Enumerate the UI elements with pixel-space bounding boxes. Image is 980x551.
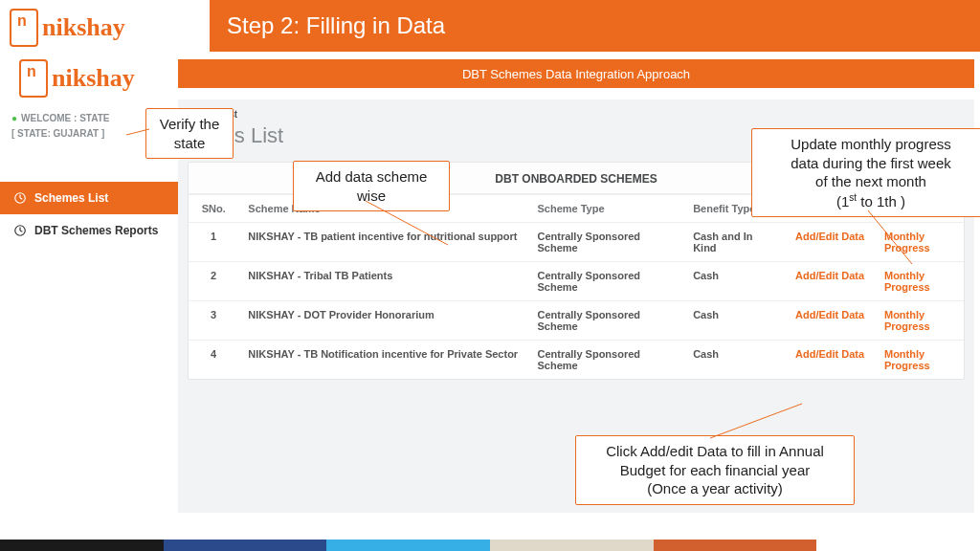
table-row: 2NIKSHAY - Tribal TB PatientsCentrally S… (189, 262, 964, 301)
logo-top: nikshay (10, 6, 158, 50)
phone-icon (10, 9, 38, 47)
schemes-table: SNo. Scheme Name Scheme Type Benefit Typ… (189, 194, 964, 379)
cell-benefit: Cash (683, 262, 786, 301)
table-row: 3NIKSHAY - DOT Provider HonorariumCentra… (189, 301, 964, 341)
cell-type: Centrally Sponsored Scheme (527, 262, 683, 301)
step-banner: Step 2: Filling in Data (210, 0, 980, 52)
col-type: Scheme Type (527, 195, 683, 223)
callout-verify-state: Verify the state (145, 108, 234, 159)
cell-sno: 3 (189, 301, 238, 341)
add-edit-data-link[interactable]: Add/Edit Data (795, 348, 864, 360)
bottom-color-bar (0, 540, 980, 551)
callout-annual-budget: Click Add/edit Data to fill in Annual Bu… (575, 435, 855, 505)
logo-text: nikshay (52, 64, 135, 93)
sidebar-item-label: Schemes List (34, 191, 108, 205)
step-title: Step 2: Filling in Data (227, 12, 445, 39)
add-edit-data-link[interactable]: Add/Edit Data (795, 231, 864, 242)
add-edit-data-link[interactable]: Add/Edit Data (795, 270, 864, 281)
cell-name: NIKSHAY - Tribal TB Patients (238, 262, 527, 301)
status-dot-icon: ● (11, 113, 17, 123)
logo-side: nikshay (19, 59, 158, 98)
sidebar-item-schemes-list[interactable]: Schemes List (0, 182, 178, 214)
state-label: [ STATE: GUJARAT ] (11, 128, 104, 139)
monthly-progress-link[interactable]: Monthly Progress (884, 348, 954, 371)
cell-name: NIKSHAY - DOT Provider Honorarium (238, 301, 527, 341)
table-row: 1NIKSHAY - TB patient incentive for nutr… (189, 223, 964, 262)
cell-type: Centrally Sponsored Scheme (527, 301, 683, 341)
cell-type: Centrally Sponsored Scheme (527, 341, 683, 380)
cell-name: NIKSHAY - TB Notification incentive for … (238, 341, 527, 380)
pointer-icon (124, 127, 149, 137)
logo-text: nikshay (42, 13, 125, 42)
sub-banner: DBT Schemes Data Integration Approach (178, 59, 974, 88)
sidebar: Schemes List DBT Schemes Reports (0, 182, 178, 247)
phone-icon (19, 59, 48, 98)
pointer-icon (708, 402, 804, 440)
breadcrumb: emes List (193, 109, 965, 120)
table-row: 4NIKSHAY - TB Notification incentive for… (189, 341, 964, 380)
cell-benefit: Cash (683, 301, 786, 341)
cell-sno: 4 (189, 341, 238, 380)
dashboard-icon (13, 191, 27, 205)
sidebar-item-dbt-reports[interactable]: DBT Schemes Reports (0, 214, 178, 247)
monthly-progress-link[interactable]: Monthly Progress (884, 309, 954, 332)
add-edit-data-link[interactable]: Add/Edit Data (795, 309, 864, 320)
cell-benefit: Cash (683, 341, 786, 380)
sub-banner-title: DBT Schemes Data Integration Approach (462, 67, 690, 81)
welcome-label: ●WELCOME : STATE (11, 113, 109, 123)
cell-type: Centrally Sponsored Scheme (527, 223, 683, 262)
monthly-progress-link[interactable]: Monthly Progress (884, 270, 954, 293)
cell-sno: 1 (189, 223, 238, 262)
cell-benefit: Cash and In Kind (683, 223, 786, 262)
pointer-icon (866, 209, 914, 266)
col-sno: SNo. (189, 195, 238, 223)
sidebar-item-label: DBT Schemes Reports (34, 224, 158, 237)
pointer-icon (364, 199, 450, 247)
callout-monthly-progress: Update monthly progress data during the … (751, 128, 980, 217)
dashboard-icon (13, 224, 27, 237)
cell-sno: 2 (189, 262, 238, 301)
